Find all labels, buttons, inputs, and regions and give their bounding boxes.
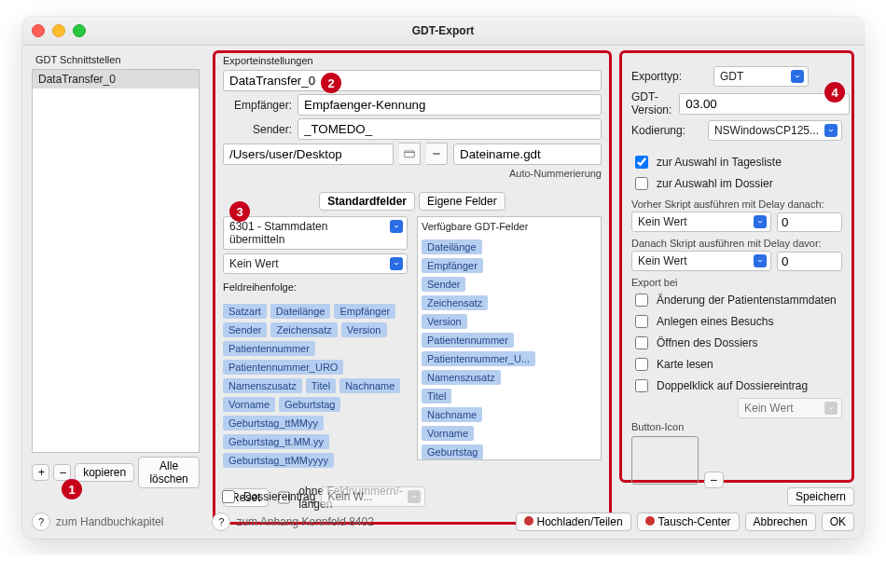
field-tag[interactable]: Patientennummer — [422, 333, 514, 348]
cancel-button[interactable]: Abbrechen — [745, 513, 816, 531]
field-tag[interactable]: Titel — [422, 389, 451, 403]
field-tag[interactable]: Sender — [422, 277, 465, 292]
interface-list[interactable]: DataTransfer_0 — [32, 69, 200, 453]
dossiereintrag-checkbox[interactable] — [222, 490, 235, 503]
folder-icon — [404, 148, 415, 159]
chevron-down-icon — [824, 124, 838, 137]
field-tag[interactable]: Empfänger — [334, 304, 395, 319]
browse-button[interactable] — [399, 143, 421, 165]
record-type-value: 6301 - Stammdaten übermitteln — [229, 220, 327, 246]
help-manual-button[interactable]: ? — [32, 513, 50, 531]
close-icon[interactable] — [32, 24, 45, 37]
field-tag[interactable]: Version — [341, 322, 387, 337]
chevron-down-icon — [390, 257, 403, 270]
recipient-input[interactable] — [298, 94, 602, 116]
recipient-label: Empfänger: — [223, 99, 292, 112]
record-type-select[interactable]: 6301 - Stammdaten übermitteln — [223, 216, 408, 250]
chevron-down-icon — [791, 70, 804, 83]
field-tag[interactable]: Titel — [306, 378, 336, 393]
field-tag[interactable]: Dateilänge — [270, 304, 331, 319]
encoding-value: NSWindowsCP125... — [714, 124, 819, 137]
field-tag[interactable]: Patientennummer — [223, 341, 315, 356]
callout-4: 4 — [824, 82, 845, 103]
delay-before-input[interactable] — [777, 212, 842, 232]
upload-button[interactable]: Hochladen/Teilen — [516, 513, 631, 531]
dossiereintrag-value-select[interactable]: Kein W... — [321, 486, 425, 507]
minimize-icon[interactable] — [52, 24, 65, 37]
status-led-icon — [645, 516, 655, 526]
field-tag[interactable]: Namenszusatz — [223, 378, 302, 393]
field-tag[interactable]: Zeichensatz — [270, 322, 337, 337]
field-tag[interactable]: Version — [422, 314, 467, 329]
add-button[interactable]: + — [32, 464, 49, 481]
export-on-label: Öffnen des Dossiers — [657, 336, 758, 349]
script-after-select[interactable]: Kein Wert — [631, 251, 771, 271]
field-tag[interactable]: Geburtstag — [422, 444, 483, 459]
tab-standardfelder[interactable]: Standardfelder — [319, 192, 415, 211]
field-tag[interactable]: Vorname — [223, 397, 275, 412]
list-item[interactable]: DataTransfer_0 — [33, 70, 199, 89]
callout-3: 3 — [229, 201, 250, 222]
export-on-checkbox[interactable] — [635, 379, 648, 392]
chevron-down-icon — [408, 490, 421, 503]
field-tag[interactable]: Geburtstag_tt.MM.yy — [223, 434, 329, 449]
field-tag[interactable]: Nachname — [422, 407, 482, 422]
tagesliste-checkbox[interactable] — [635, 156, 648, 169]
zoom-icon[interactable] — [73, 24, 86, 37]
export-path-input[interactable] — [223, 144, 394, 165]
dossier-entry-value-select[interactable]: Kein Wert — [738, 398, 842, 418]
clear-all-button[interactable]: Alle löschen — [138, 457, 200, 488]
help-manual-label: zum Handbuchkapitel — [56, 515, 163, 528]
script-after-label: Danach Skript ausführen mit Delay davor: — [631, 238, 842, 249]
field-tag[interactable]: Satzart — [223, 304, 267, 319]
chevron-down-icon — [390, 220, 403, 233]
save-button[interactable]: Speichern — [787, 487, 854, 506]
field-tag[interactable]: Namenszusatz — [422, 370, 501, 385]
field-tag[interactable]: Patientennummer_U... — [422, 351, 535, 366]
available-fields-label: Verfügbare GDT-Felder — [422, 221, 597, 232]
sender-input[interactable] — [298, 118, 602, 140]
encoding-select[interactable]: NSWindowsCP125... — [708, 120, 842, 141]
field-tag[interactable]: Geburtstag — [279, 397, 340, 412]
interface-name-input[interactable] — [223, 70, 602, 91]
callout-2: 2 — [321, 73, 341, 93]
export-on-checkbox[interactable] — [635, 315, 648, 328]
field-tag[interactable]: Geburtstag_ttMMyy — [223, 416, 324, 431]
export-on-checkbox[interactable] — [635, 294, 648, 307]
export-type-select[interactable]: GDT — [713, 66, 809, 87]
value-select-value: Kein Wert — [229, 257, 278, 270]
field-tag[interactable]: Vorname — [422, 426, 474, 441]
copy-button[interactable]: kopieren — [75, 463, 134, 482]
chevron-down-icon — [754, 254, 767, 267]
chevron-down-icon — [824, 402, 838, 415]
remove-button[interactable]: – — [53, 464, 71, 481]
field-tag[interactable]: Zeichensatz — [422, 295, 488, 310]
dossier-select-checkbox[interactable] — [635, 177, 648, 190]
remove-path-button[interactable] — [426, 143, 448, 165]
tab-eigene-felder[interactable]: Eigene Felder — [419, 192, 505, 211]
field-tag[interactable]: Dateilänge — [422, 239, 482, 254]
available-fields-list[interactable]: DateilängeEmpfängerSenderZeichensatzVers… — [422, 236, 597, 460]
export-on-checkbox[interactable] — [635, 336, 648, 349]
value-select[interactable]: Kein Wert — [223, 253, 408, 274]
button-icon-label: Button-Icon — [631, 421, 842, 432]
script-before-select[interactable]: Kein Wert — [631, 212, 771, 232]
tagesliste-label: zur Auswahl in Tagesliste — [657, 156, 782, 169]
field-tag[interactable]: Nachname — [339, 378, 400, 393]
help-kennfeld-button[interactable]: ? — [212, 513, 230, 531]
export-on-checkbox[interactable] — [635, 358, 648, 371]
field-tag[interactable]: Patientennummer_URO — [223, 360, 343, 375]
button-icon-preview — [631, 436, 699, 485]
field-order-list[interactable]: SatzartDateilängeEmpfängerSenderZeichens… — [223, 300, 404, 472]
filename-input[interactable] — [453, 144, 602, 165]
tausch-center-button[interactable]: Tausch-Center — [637, 513, 740, 531]
sidebar-title: GDT Schnittstellen — [35, 54, 196, 65]
field-tag[interactable]: Empfänger — [422, 258, 483, 273]
dossier-entry-value: Kein Wert — [744, 402, 793, 415]
export-on-label: Export bei — [631, 277, 842, 288]
ok-button[interactable]: OK — [822, 513, 854, 531]
field-tag[interactable]: Geburtstag_ttMMyyyy — [223, 453, 334, 468]
field-tag[interactable]: Sender — [223, 322, 267, 337]
delay-after-input[interactable] — [777, 252, 842, 271]
export-on-label: Doppelklick auf Dossiereintrag — [657, 379, 808, 392]
